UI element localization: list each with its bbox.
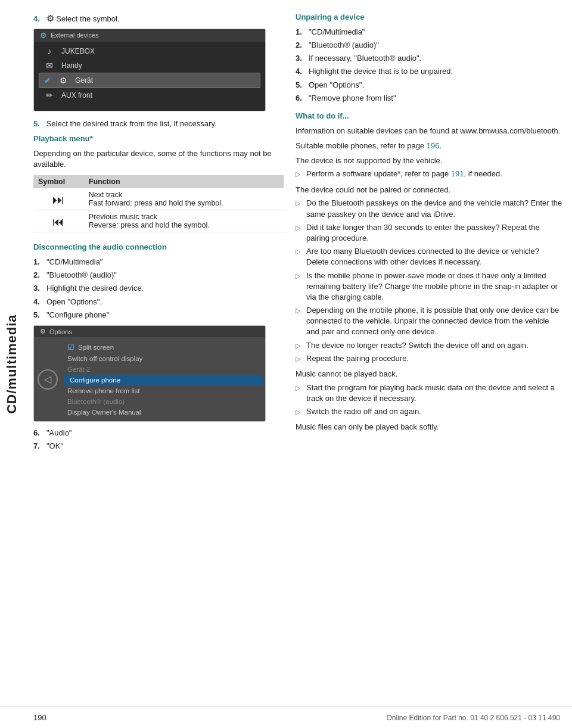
para4: The device could not be paired or connec…	[296, 185, 562, 196]
footer: 190 Online Edition for Part no. 01 40 2 …	[0, 707, 572, 728]
bluetooth-audio-label: Bluetooth® (audio)	[67, 398, 125, 405]
device-row-handy: ✉ Handy	[34, 58, 265, 73]
left-column: 4. ⚙ Select the symbol. ⚙ External devic…	[33, 12, 284, 454]
bullet2-2-text: Did it take longer than 30 seconds to en…	[306, 222, 562, 244]
aux-icon: ✏	[43, 91, 55, 100]
arrow-icon-2-7: ▷	[296, 354, 303, 364]
u-step5-text: Open "Options".	[309, 80, 364, 91]
bullet3-1: ▷ Start the program for playing back mus…	[296, 382, 562, 404]
steps-6-7-list: 6. "Audio" 7. "OK"	[33, 428, 284, 452]
step4-num: 4.	[33, 14, 40, 23]
playback-section: Playback menu* Depending on the particul…	[33, 133, 284, 233]
split-screen-label: Split screen	[78, 344, 114, 351]
disconnect-steps-list: 1. "CD/Multimedia" 2. "Bluetooth® (audio…	[33, 257, 284, 321]
bullet2-1: ▷ Do the Bluetooth passkeys on the devic…	[296, 198, 562, 219]
opt-switch-off: Switch off control display	[61, 353, 265, 364]
check-icon: ✔	[44, 76, 51, 85]
arrow-icon-3-1: ▷	[296, 384, 303, 404]
device-row-aux: ✏ AUX front	[34, 88, 265, 102]
u-step3: 3. If necessary, "Bluetooth® audio".	[296, 53, 562, 64]
step5-text: Select the desired track from the list, …	[46, 119, 217, 128]
disconnect-step-2: 2. "Bluetooth® (audio)"	[33, 270, 284, 281]
gerat2-label: Gerät 2	[67, 366, 90, 373]
arrow-icon-3-2: ▷	[296, 407, 303, 417]
bullet2-5: ▷ Depending on the mobile phone, it is p…	[296, 305, 562, 338]
para2: Suitable mobile phones, refer to page 19…	[296, 141, 562, 152]
device-screen-header: ⚙ External devices	[34, 29, 265, 42]
para5: Music cannot be played back.	[296, 369, 562, 380]
para2-link[interactable]: 196	[427, 141, 440, 150]
u-step2-num: 2.	[296, 40, 305, 51]
opt-configure-phone[interactable]: Configure phone	[64, 375, 263, 385]
step6: 6. "Audio"	[33, 428, 284, 438]
disconnect-step-4: 4. Open "Options".	[33, 297, 284, 307]
bullet1-link[interactable]: 191	[451, 169, 464, 178]
u-step2: 2. "Bluetooth® (audio)"	[296, 40, 562, 51]
d-step5-text: "Configure phone"	[46, 310, 109, 321]
step6-num: 6.	[33, 428, 43, 438]
para3: The device is not supported by the vehic…	[296, 155, 562, 167]
u-step6-num: 6.	[296, 93, 305, 104]
bullet2-2: ▷ Did it take longer than 30 seconds to …	[296, 222, 562, 244]
table-col2: Function	[84, 175, 284, 188]
d-step3-num: 3.	[33, 283, 43, 294]
u-step1-num: 1.	[296, 27, 305, 38]
para6: Music files can only be played back soft…	[296, 422, 562, 433]
options-header: ⚙ Options	[34, 326, 265, 337]
opt-display-manual: Display Owner's Manual	[61, 407, 265, 418]
unpairing-section: Unpairing a device 1. "CD/Multimedia" 2.…	[296, 12, 562, 104]
bullet1: ▷ Perform a software update*, refer to p…	[296, 169, 562, 179]
u-step4-text: Highlight the device that is to be unpai…	[309, 66, 453, 77]
sidebar-label: CD/multimedia	[4, 314, 20, 413]
whatif-heading: What to do if...	[296, 111, 562, 122]
switch-off-label: Switch off control display	[67, 355, 142, 362]
para2-after: .	[439, 141, 442, 150]
bullet2-6-text: The device no longer reacts? Switch the …	[306, 340, 529, 351]
para2-before: Suitable mobile phones, refer to page	[296, 141, 427, 150]
arrow-icon-1: ▷	[296, 170, 303, 179]
table-row-next: ⏭ Next track Fast forward: press and hol…	[33, 188, 284, 210]
disconnect-step-3: 3. Highlight the desired device.	[33, 283, 284, 294]
device-row-jukebox: ♪ JUKEBOX	[34, 44, 265, 58]
bullet2-4-text: Is the mobile phone in power-save mode o…	[306, 270, 562, 303]
opt-split-screen: ☑ Split screen	[61, 341, 265, 353]
bullet1-text: Perform a software update*, refer to pag…	[306, 169, 502, 179]
unpairing-steps-list: 1. "CD/Multimedia" 2. "Bluetooth® (audio…	[296, 27, 562, 104]
next-track-label: Next track	[89, 191, 279, 199]
reverse-label: Reverse: press and hold the symbol.	[89, 221, 279, 229]
u-step4: 4. Highlight the device that is to be un…	[296, 66, 562, 77]
d-step5-num: 5.	[33, 310, 43, 321]
u-step3-text: If necessary, "Bluetooth® audio".	[309, 53, 421, 64]
bullet2-3-text: Are too many Bluetooth devices connected…	[306, 246, 562, 267]
para1: Information on suitable devices can be f…	[296, 126, 562, 137]
u-step1-text: "CD/Multimedia"	[309, 27, 365, 38]
d-step1-text: "CD/Multimedia"	[46, 257, 102, 267]
bullet2-1-text: Do the Bluetooth passkeys on the device …	[306, 198, 562, 219]
opt-gerat2: Gerät 2	[61, 364, 265, 375]
bullet2-7-text: Repeat the pairing procedure.	[306, 353, 409, 364]
table-col1: Symbol	[33, 175, 84, 188]
jukebox-icon: ♪	[43, 46, 55, 56]
fast-forward-label: Fast forward: press and hold the symbol.	[89, 199, 279, 207]
step7-num: 7.	[33, 441, 43, 452]
u-step4-num: 4.	[296, 66, 305, 77]
options-title: Options	[49, 328, 72, 335]
u-step2-text: "Bluetooth® (audio)"	[309, 40, 379, 51]
page-number: 190	[33, 713, 46, 722]
bullet2-3: ▷ Are too many Bluetooth devices connect…	[296, 246, 562, 267]
playback-desc: Depending on the particular device, some…	[33, 148, 284, 171]
disconnect-step-1: 1. "CD/Multimedia"	[33, 257, 284, 267]
configure-phone-label: Configure phone	[70, 377, 120, 384]
u-step1: 1. "CD/Multimedia"	[296, 27, 562, 38]
whatif-section: What to do if... Information on suitable…	[296, 111, 562, 433]
step4-icon: ⚙	[46, 13, 54, 23]
device-row-gerat: ✔ ⚙ Gerät	[39, 73, 260, 88]
step5: 5. Select the desired track from the lis…	[33, 119, 284, 130]
prev-symbol: ⏮	[33, 210, 84, 232]
gerat-icon: ⚙	[57, 76, 69, 85]
bullet-list-2: ▷ Do the Bluetooth passkeys on the devic…	[296, 198, 562, 364]
step6-text: "Audio"	[46, 428, 72, 438]
u-step6: 6. "Remove phone from list"	[296, 93, 562, 104]
options-screen: ⚙ Options ◁ ☑ Split screen Switch off co…	[33, 325, 266, 422]
bullet-list-1: ▷ Perform a software update*, refer to p…	[296, 169, 562, 179]
